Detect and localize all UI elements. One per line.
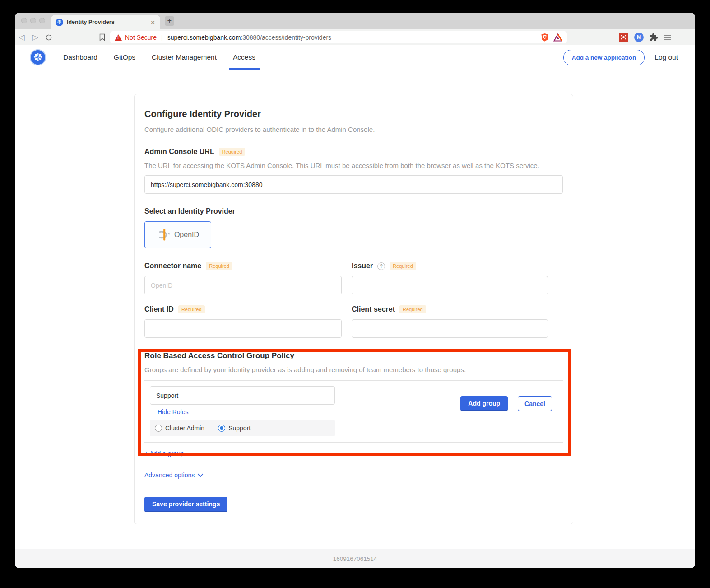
back-icon[interactable]: ◁ bbox=[15, 33, 28, 42]
tab-title: Identity Providers bbox=[67, 19, 150, 25]
rbac-subtitle: Groups are defined by your identity prov… bbox=[144, 366, 563, 373]
nav-item-dashboard[interactable]: Dashboard bbox=[63, 45, 97, 70]
browser-tab[interactable]: ☸ Identity Providers × bbox=[51, 15, 160, 29]
window-controls bbox=[21, 18, 45, 23]
extensions-puzzle-icon[interactable] bbox=[650, 33, 658, 42]
brave-shield-icon[interactable] bbox=[541, 33, 549, 42]
rbac-section: Role Based Access Control Group Policy G… bbox=[144, 351, 563, 461]
client-id-input[interactable] bbox=[144, 319, 342, 338]
issuer-input[interactable] bbox=[352, 276, 548, 294]
kubernetes-favicon-icon: ☸ bbox=[56, 19, 63, 26]
warning-triangle-icon: ! bbox=[115, 34, 122, 41]
browser-window: ☸ Identity Providers × + ◁ ▷ ! Not Secur… bbox=[15, 13, 695, 568]
openid-provider-tile[interactable]: OpenID bbox=[144, 221, 211, 248]
tab-close-icon[interactable]: × bbox=[150, 19, 156, 26]
url-domain: superci.somebigbank.com bbox=[167, 34, 241, 41]
tab-strip: ☸ Identity Providers × + bbox=[15, 13, 695, 29]
required-badge: Required bbox=[178, 305, 205, 313]
advanced-options-toggle[interactable]: Advanced options bbox=[144, 471, 563, 479]
new-tab-button[interactable]: + bbox=[165, 16, 174, 26]
configure-identity-provider-card: Configure Identity Provider Configure ad… bbox=[134, 94, 573, 524]
client-secret-label: Client secret bbox=[352, 305, 395, 313]
app-navigation: ☸ Dashboard GitOps Cluster Management Ac… bbox=[15, 45, 695, 70]
select-identity-provider-label: Select an Identity Provider bbox=[144, 207, 235, 215]
roles-radio-group: Cluster Admin Support bbox=[150, 420, 335, 436]
page-title: Configure Identity Provider bbox=[144, 109, 563, 119]
client-secret-input[interactable] bbox=[352, 319, 548, 338]
nav-item-access[interactable]: Access bbox=[233, 45, 255, 70]
issuer-help-icon[interactable]: ? bbox=[377, 262, 385, 270]
extension-red-icon[interactable] bbox=[619, 33, 628, 42]
rbac-title: Role Based Access Control Group Policy bbox=[144, 351, 563, 360]
role-option-support[interactable]: Support bbox=[218, 425, 251, 432]
required-badge: Required bbox=[390, 262, 416, 270]
issuer-label: Issuer bbox=[352, 262, 373, 270]
address-bar[interactable]: ! Not Secure | superci.somebigbank.com :… bbox=[110, 31, 567, 43]
group-name-input[interactable] bbox=[150, 386, 335, 405]
client-id-label: Client ID bbox=[144, 305, 174, 313]
admin-console-url-input[interactable] bbox=[144, 175, 563, 194]
required-badge: Required bbox=[206, 262, 232, 270]
hide-roles-link[interactable]: Hide Roles bbox=[158, 408, 188, 415]
advanced-options-label: Advanced options bbox=[144, 471, 195, 479]
connector-name-input[interactable] bbox=[144, 276, 342, 294]
openid-logo-icon bbox=[157, 228, 170, 242]
url-path: :30880/access/identity-providers bbox=[241, 34, 331, 41]
minimize-window-button[interactable] bbox=[30, 18, 36, 23]
url-separator: | bbox=[161, 34, 163, 41]
logout-link[interactable]: Log out bbox=[654, 53, 678, 61]
add-a-group-link[interactable]: + Add a group bbox=[144, 450, 184, 457]
radio-checked-icon[interactable] bbox=[218, 425, 225, 432]
kubernetes-logo-icon[interactable]: ☸ bbox=[31, 50, 45, 65]
role-label: Cluster Admin bbox=[165, 425, 204, 432]
chevron-down-icon bbox=[197, 473, 204, 477]
brave-rewards-triangle-icon[interactable] bbox=[553, 33, 562, 42]
browser-menu-icon[interactable] bbox=[664, 35, 671, 40]
nav-item-cluster-management[interactable]: Cluster Management bbox=[152, 45, 217, 70]
close-window-button[interactable] bbox=[21, 18, 27, 23]
not-secure-label[interactable]: Not Secure bbox=[125, 34, 157, 41]
maximize-window-button[interactable] bbox=[39, 18, 45, 23]
save-provider-settings-button[interactable]: Save provider settings bbox=[144, 497, 227, 512]
app-footer: 1609167061514 bbox=[15, 549, 695, 568]
nav-item-gitops[interactable]: GitOps bbox=[114, 45, 135, 70]
browser-toolbar: ◁ ▷ ! Not Secure | superci.somebigbank.c… bbox=[15, 29, 695, 45]
role-option-cluster-admin[interactable]: Cluster Admin bbox=[155, 425, 204, 432]
group-editor-row: Hide Roles Cluster Admin Support bbox=[144, 381, 563, 436]
add-group-button[interactable]: Add group bbox=[460, 396, 508, 411]
admin-console-url-label: Admin Console URL bbox=[144, 148, 214, 156]
openid-option-label: OpenID bbox=[174, 231, 199, 239]
role-label: Support bbox=[228, 425, 251, 432]
divider bbox=[144, 442, 563, 443]
page-content: Configure Identity Provider Configure ad… bbox=[15, 70, 695, 549]
page-subtitle: Configure additional ODIC providers to a… bbox=[144, 126, 563, 133]
reload-icon[interactable] bbox=[42, 34, 56, 41]
extension-area: M bbox=[619, 33, 671, 42]
add-new-application-button[interactable]: Add a new application bbox=[563, 50, 645, 65]
connector-name-label: Connector name bbox=[144, 262, 201, 270]
footer-timestamp: 1609167061514 bbox=[333, 555, 377, 562]
admin-console-url-help: The URL for accessing the KOTS Admin Con… bbox=[144, 162, 563, 169]
cancel-button[interactable]: Cancel bbox=[518, 396, 552, 411]
radio-unchecked-icon[interactable] bbox=[155, 425, 162, 432]
bookmark-icon[interactable] bbox=[99, 33, 106, 41]
profile-avatar[interactable]: M bbox=[634, 33, 644, 42]
required-badge: Required bbox=[219, 148, 246, 156]
forward-icon[interactable]: ▷ bbox=[28, 33, 42, 42]
required-badge: Required bbox=[399, 305, 426, 313]
